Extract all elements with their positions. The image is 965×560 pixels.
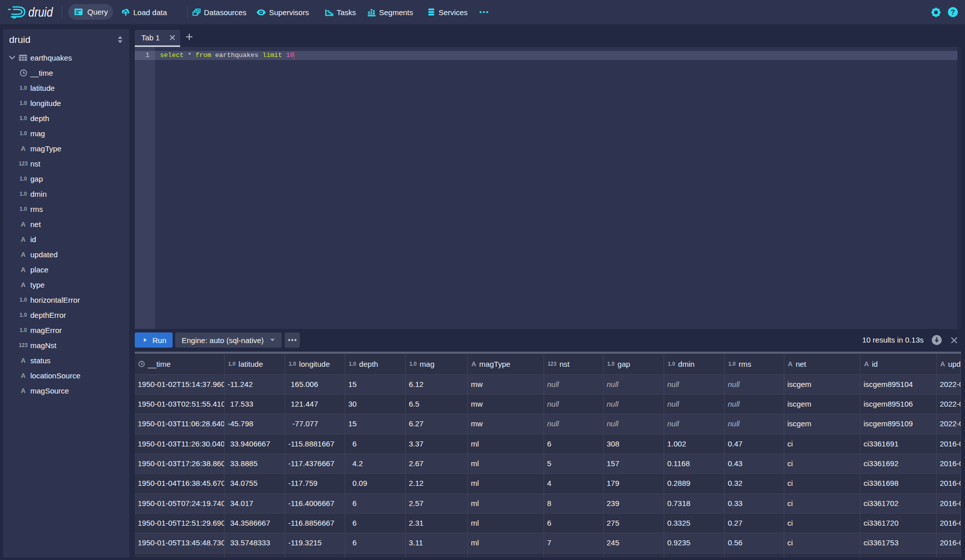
svg-text:?: ?: [951, 8, 955, 16]
